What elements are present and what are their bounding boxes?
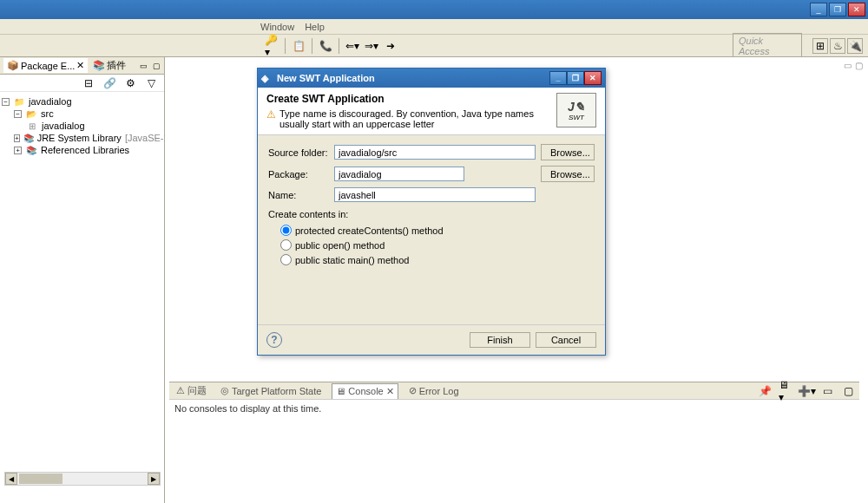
back-icon[interactable]: ⇐▾: [345, 38, 360, 54]
library-icon: 📚: [25, 145, 37, 155]
tab-problems[interactable]: ⚠ 问题: [173, 382, 210, 399]
dialog-header: Create SWT Application ⚠ Type name is di…: [258, 88, 605, 135]
forward-icon[interactable]: ⇒▾: [364, 38, 379, 54]
tree-toggle-icon[interactable]: −: [14, 110, 22, 118]
menu-icon[interactable]: ▽: [143, 75, 159, 91]
project-icon: 📁: [13, 96, 25, 107]
clipboard-icon[interactable]: 📋: [291, 38, 306, 54]
radio-public-open-input[interactable]: [280, 239, 292, 251]
dialog-minimize-button[interactable]: _: [549, 71, 567, 85]
warning-icon: ⚠: [266, 108, 276, 129]
minimize-button[interactable]: _: [810, 3, 827, 16]
plugin-perspective-icon[interactable]: 🔌: [847, 38, 863, 54]
scroll-thumb[interactable]: [19, 474, 62, 484]
console-pin-icon[interactable]: 📌: [757, 383, 773, 399]
tree-jre[interactable]: + 📚 JRE System Library [JavaSE-1.: [2, 132, 162, 144]
dialog-icon: ◈: [261, 73, 273, 84]
horizontal-scrollbar[interactable]: ◀ ▶: [4, 472, 161, 486]
browse-package-button[interactable]: Browse...: [541, 166, 595, 182]
console-display-icon[interactable]: 🖥▾: [778, 383, 793, 399]
browse-source-button[interactable]: Browse...: [541, 144, 595, 160]
menu-window[interactable]: Window: [260, 22, 294, 32]
dialog-close-button[interactable]: ✕: [584, 71, 602, 85]
editor-minimize-icon[interactable]: ▭: [844, 61, 852, 70]
phone-icon[interactable]: 📞: [318, 38, 333, 54]
search-icon[interactable]: 🔑▾: [264, 38, 279, 54]
label-create-contents: Create contents in:: [268, 209, 595, 219]
maximize-button[interactable]: ❐: [829, 3, 846, 16]
package-tree: − 📁 javadialog − 📂 src ⊞ javadialog + 📚 …: [0, 92, 164, 160]
radio-public-open[interactable]: public open() method: [268, 238, 595, 252]
perspective-icon[interactable]: ⊞: [812, 38, 828, 54]
tab-console[interactable]: 🖥 Console ✕: [332, 383, 398, 399]
package-input[interactable]: [334, 167, 464, 181]
maximize-view-icon[interactable]: ▢: [153, 62, 161, 70]
go-icon[interactable]: ➜: [383, 38, 398, 54]
swt-logo: J✎ SWT: [556, 93, 596, 127]
dialog-titlebar[interactable]: ◈ New SWT Application _ ❐ ✕: [258, 69, 605, 88]
cancel-button[interactable]: Cancel: [536, 332, 596, 348]
minimize-view-icon[interactable]: ▭: [140, 62, 148, 70]
filter-icon[interactable]: ⚙: [122, 75, 138, 91]
view-maximize-icon[interactable]: ▢: [840, 383, 856, 399]
radio-static-main[interactable]: public static main() method: [268, 252, 595, 267]
main-titlebar: _ ❐ ✕: [0, 0, 868, 19]
name-input[interactable]: [334, 187, 536, 202]
close-button[interactable]: ✕: [848, 3, 865, 16]
source-folder-input[interactable]: [334, 145, 536, 160]
console-content: No consoles to display at this time.: [169, 400, 859, 417]
bottom-panel: ⚠ 问题 ◎ Target Platform State 🖥 Console ✕…: [169, 382, 859, 468]
label-package: Package:: [268, 169, 329, 180]
collapse-icon[interactable]: ⊟: [81, 75, 96, 91]
link-icon[interactable]: 🔗: [102, 75, 117, 91]
tree-package[interactable]: ⊞ javadialog: [2, 120, 162, 132]
tree-toggle-icon[interactable]: +: [14, 134, 20, 142]
console-new-icon[interactable]: ➕▾: [799, 383, 814, 399]
tab-target-platform[interactable]: ◎ Target Platform State: [217, 383, 325, 398]
tree-project[interactable]: − 📁 javadialog: [2, 95, 162, 108]
new-swt-application-dialog: ◈ New SWT Application _ ❐ ✕ Create SWT A…: [257, 68, 606, 356]
dialog-title: New SWT Application: [273, 73, 549, 83]
tab-error-log[interactable]: ⊘ Error Log: [405, 383, 463, 398]
tree-src[interactable]: − 📂 src: [2, 108, 162, 120]
tree-toggle-icon[interactable]: −: [2, 98, 10, 106]
help-icon[interactable]: ?: [266, 332, 282, 348]
label-name: Name:: [268, 190, 329, 200]
dialog-header-title: Create SWT Application: [266, 93, 556, 105]
radio-create-contents[interactable]: protected createContents() method: [268, 223, 595, 238]
tab-plugins[interactable]: 📚 插件: [93, 59, 126, 72]
tree-referenced[interactable]: + 📚 Referenced Libraries: [2, 144, 162, 156]
editor-maximize-icon[interactable]: ▢: [855, 61, 863, 70]
main-toolbar: 🔑▾ 📋 📞 ⇐▾ ⇒▾ ➜ Quick Access ⊞ ♨ 🔌: [0, 35, 868, 57]
radio-create-contents-input[interactable]: [280, 225, 292, 236]
package-icon: ⊞: [26, 121, 38, 131]
menu-help[interactable]: Help: [305, 22, 325, 32]
src-folder-icon: 📂: [25, 108, 37, 119]
scroll-left-icon[interactable]: ◀: [5, 473, 17, 485]
package-explorer-sidebar: 📦 Package E... ✕ 📚 插件 ▭ ▢ ⊟ 🔗 ⚙ ▽ − 📁 ja…: [0, 57, 165, 503]
tab-package-explorer[interactable]: 📦 Package E... ✕: [3, 58, 88, 73]
dialog-warning-text: Type name is discouraged. By convention,…: [279, 108, 556, 129]
scroll-right-icon[interactable]: ▶: [148, 473, 160, 485]
java-perspective-icon[interactable]: ♨: [830, 38, 845, 54]
label-source-folder: Source folder:: [268, 147, 329, 158]
dialog-maximize-button[interactable]: ❐: [567, 71, 584, 85]
library-icon: 📚: [23, 133, 34, 143]
view-minimize-icon[interactable]: ▭: [819, 383, 835, 399]
radio-static-main-input[interactable]: [280, 254, 292, 265]
finish-button[interactable]: Finish: [470, 332, 530, 348]
tree-toggle-icon[interactable]: +: [14, 147, 22, 154]
quick-access-input[interactable]: Quick Access: [733, 33, 802, 59]
